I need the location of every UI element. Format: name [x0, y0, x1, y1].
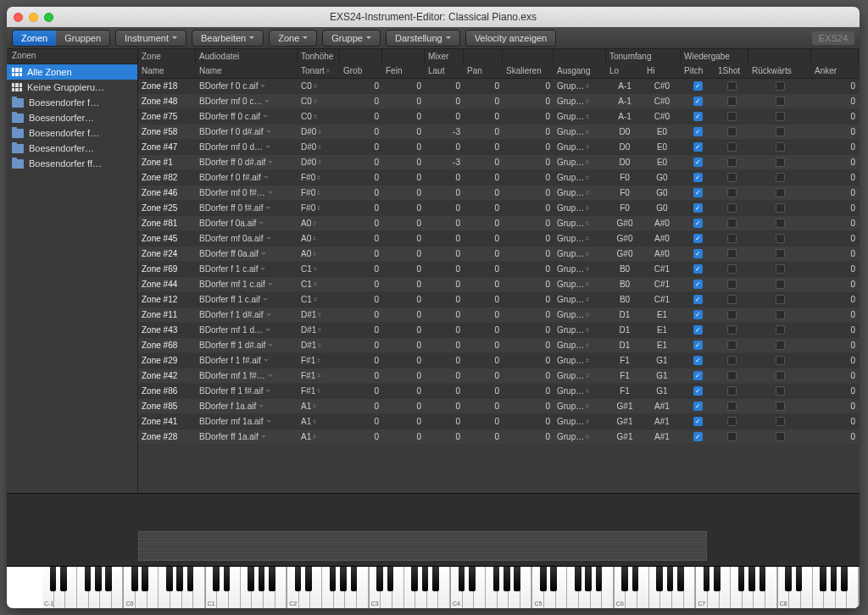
- reverse-checkbox[interactable]: [776, 386, 785, 396]
- reverse-checkbox[interactable]: [776, 402, 785, 411]
- reverse-checkbox[interactable]: [776, 295, 785, 304]
- pitch-checkbox[interactable]: [693, 173, 703, 182]
- table-row[interactable]: Zone #48BDorfer mf 0 c…C000000Grup…A-1C#…: [138, 94, 860, 109]
- black-key[interactable]: [351, 567, 358, 591]
- oneshot-checkbox[interactable]: [727, 310, 737, 319]
- file-cell[interactable]: BDorfer ff 1 f#.aif: [196, 384, 298, 398]
- reverse-checkbox[interactable]: [776, 97, 785, 106]
- black-key[interactable]: [714, 567, 721, 591]
- oneshot-checkbox[interactable]: [727, 203, 737, 213]
- pitch-checkbox[interactable]: [693, 97, 703, 106]
- sidebar-item[interactable]: Keine Gruppieru…: [7, 80, 137, 95]
- black-key[interactable]: [493, 567, 500, 591]
- black-key[interactable]: [514, 567, 520, 591]
- oneshot-checkbox[interactable]: [727, 112, 737, 121]
- column-header[interactable]: Rückwärts: [748, 64, 811, 78]
- menu-zone[interactable]: Zone: [269, 30, 317, 47]
- menu-gruppe[interactable]: Gruppe: [322, 30, 381, 47]
- black-key[interactable]: [656, 567, 663, 591]
- black-key[interactable]: [259, 567, 265, 591]
- pitch-checkbox[interactable]: [693, 234, 703, 243]
- file-cell[interactable]: BDorfer mf 0 d…: [196, 140, 298, 154]
- reverse-checkbox[interactable]: [776, 173, 785, 182]
- oneshot-checkbox[interactable]: [727, 142, 737, 152]
- pitch-checkbox[interactable]: [693, 280, 703, 289]
- black-key[interactable]: [95, 567, 102, 591]
- black-key[interactable]: [305, 567, 312, 591]
- black-key[interactable]: [504, 567, 510, 591]
- oneshot-checkbox[interactable]: [727, 386, 737, 396]
- table-row[interactable]: Zone #82BDorfer f 0 f#.aifF#000000Grup…F…: [138, 170, 860, 186]
- file-cell[interactable]: BDorfer f 0 d#.aif: [196, 125, 298, 139]
- oneshot-checkbox[interactable]: [727, 295, 737, 304]
- black-key[interactable]: [213, 567, 220, 591]
- file-cell[interactable]: BDorfer ff 0 c.aif: [196, 109, 298, 124]
- file-cell[interactable]: BDorfer ff 0 f#.aif: [196, 201, 298, 215]
- table-row[interactable]: Zone #46BDorfer mf 0 f#…F#000000Grup…F0G…: [138, 186, 860, 201]
- oneshot-checkbox[interactable]: [727, 432, 737, 441]
- sidebar-item[interactable]: Boesendorfer ff…: [7, 156, 137, 171]
- black-key[interactable]: [269, 567, 275, 591]
- file-cell[interactable]: BDorfer f 1 d#.aif: [196, 308, 298, 322]
- black-key[interactable]: [632, 567, 639, 591]
- black-key[interactable]: [376, 567, 383, 591]
- file-cell[interactable]: BDorfer ff 1 c.aif: [196, 292, 298, 307]
- sidebar-item[interactable]: Boesendorfer…: [7, 110, 137, 125]
- pitch-checkbox[interactable]: [693, 341, 703, 350]
- black-key[interactable]: [575, 567, 581, 591]
- pitch-checkbox[interactable]: [693, 188, 703, 197]
- black-key[interactable]: [738, 567, 745, 591]
- black-key[interactable]: [748, 567, 755, 591]
- oneshot-checkbox[interactable]: [727, 249, 737, 258]
- black-key[interactable]: [387, 567, 394, 591]
- column-header[interactable]: Lo: [606, 64, 643, 78]
- black-key[interactable]: [340, 567, 347, 591]
- file-cell[interactable]: BDorfer mf 1a.aif: [196, 414, 298, 429]
- black-key[interactable]: [142, 567, 148, 591]
- file-cell[interactable]: BDorfer ff 1 d#.aif: [196, 338, 298, 352]
- black-key[interactable]: [677, 567, 684, 591]
- oneshot-checkbox[interactable]: [727, 81, 737, 91]
- table-row[interactable]: Zone #45BDorfer mf 0a.aifA000000Grup…G#0…: [138, 231, 860, 247]
- table-row[interactable]: Zone #18BDorfer f 0 c.aifC000000Grup…A-1…: [138, 79, 860, 94]
- tab-gruppen[interactable]: Gruppen: [56, 30, 110, 47]
- black-key[interactable]: [85, 567, 92, 591]
- pitch-checkbox[interactable]: [693, 371, 703, 380]
- octave[interactable]: C8: [778, 567, 860, 608]
- table-row[interactable]: Zone #11BDorfer f 1 d#.aifD#100000Grup…D…: [138, 308, 860, 323]
- menu-darstellung[interactable]: Darstellung: [386, 30, 460, 47]
- table-row[interactable]: Zone #47BDorfer mf 0 d…D#000000Grup…D0E0…: [138, 140, 860, 155]
- reverse-checkbox[interactable]: [776, 112, 785, 121]
- reverse-checkbox[interactable]: [776, 158, 785, 167]
- black-key[interactable]: [330, 567, 337, 591]
- black-key[interactable]: [131, 567, 138, 591]
- table-row[interactable]: Zone #58BDorfer f 0 d#.aifD#000-300Grup……: [138, 125, 860, 140]
- table-row[interactable]: Zone #86BDorfer ff 1 f#.aifF#100000Grup……: [138, 384, 860, 399]
- table-row[interactable]: Zone #81BDorfer f 0a.aifA000000Grup…G#0A…: [138, 216, 860, 231]
- reverse-checkbox[interactable]: [776, 432, 785, 441]
- black-key[interactable]: [820, 567, 826, 591]
- pitch-checkbox[interactable]: [693, 432, 703, 441]
- black-key[interactable]: [50, 567, 57, 591]
- file-cell[interactable]: BDorfer f 0 c.aif: [196, 79, 298, 93]
- pitch-checkbox[interactable]: [693, 264, 703, 274]
- file-cell[interactable]: BDorfer f 0a.aif: [196, 216, 298, 230]
- pitch-checkbox[interactable]: [693, 295, 703, 304]
- reverse-checkbox[interactable]: [776, 234, 785, 243]
- velocity-strip[interactable]: [7, 493, 860, 566]
- file-cell[interactable]: BDorfer f 1 f#.aif: [196, 353, 298, 368]
- black-key[interactable]: [60, 567, 67, 591]
- black-key[interactable]: [432, 567, 439, 591]
- sidebar-item[interactable]: Boesendorfer f…: [7, 125, 137, 141]
- keyboard[interactable]: C-1C0C1C2C3C4C5C6C7C8: [7, 566, 860, 608]
- reverse-checkbox[interactable]: [776, 371, 785, 380]
- oneshot-checkbox[interactable]: [727, 356, 737, 365]
- reverse-checkbox[interactable]: [776, 142, 785, 152]
- oneshot-checkbox[interactable]: [727, 417, 737, 426]
- oneshot-checkbox[interactable]: [727, 371, 737, 380]
- octave[interactable]: C3: [370, 567, 451, 608]
- black-key[interactable]: [187, 567, 194, 591]
- oneshot-checkbox[interactable]: [727, 188, 737, 197]
- black-key[interactable]: [841, 567, 848, 591]
- reverse-checkbox[interactable]: [776, 264, 785, 274]
